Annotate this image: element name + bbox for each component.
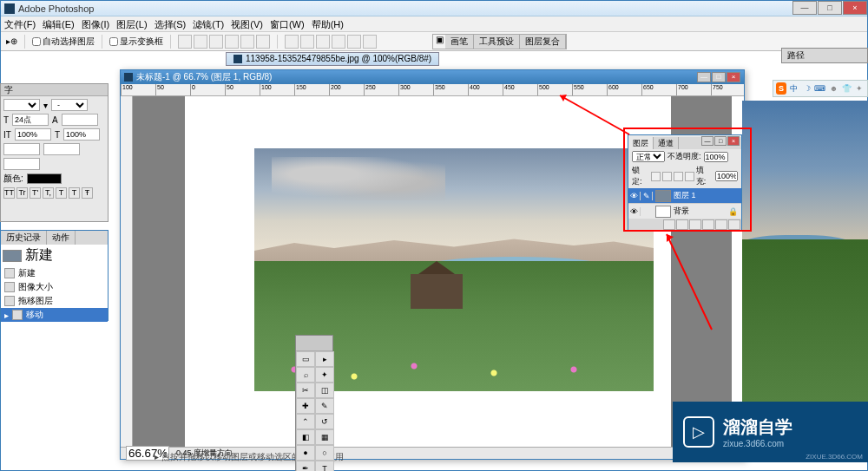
minimize-button[interactable]: — bbox=[792, 1, 817, 15]
distribute-icon[interactable] bbox=[347, 35, 361, 49]
fill-input[interactable] bbox=[715, 171, 738, 181]
heal-tool[interactable]: ✚ bbox=[296, 398, 315, 414]
type-btn[interactable]: T' bbox=[30, 187, 41, 199]
ime-keyboard-icon[interactable]: ⌨ bbox=[814, 82, 825, 95]
ime-skin-icon[interactable]: 👕 bbox=[841, 82, 852, 95]
visibility-icon[interactable]: 👁 bbox=[628, 192, 641, 200]
wand-tool[interactable]: ✦ bbox=[315, 367, 334, 383]
opacity-input[interactable] bbox=[704, 152, 728, 162]
delete-layer-button[interactable] bbox=[728, 219, 740, 230]
ime-settings-icon[interactable]: ✦ bbox=[854, 82, 865, 95]
blend-mode-select[interactable]: 正常 bbox=[632, 151, 665, 162]
type-btn[interactable]: T bbox=[56, 187, 67, 199]
menu-file[interactable]: 文件(F) bbox=[4, 16, 36, 31]
layer-item[interactable]: 👁 ✎ 图层 1 bbox=[628, 188, 741, 204]
history-item[interactable]: 新建 bbox=[1, 266, 108, 280]
ime-mode-button[interactable]: 中 bbox=[789, 82, 799, 95]
menu-layer[interactable]: 图层(L) bbox=[116, 16, 147, 31]
align-icon[interactable] bbox=[209, 35, 223, 49]
text-color-swatch[interactable] bbox=[27, 173, 62, 184]
panel-maximize-button[interactable]: □ bbox=[714, 136, 727, 146]
font-style-select[interactable]: - bbox=[51, 99, 88, 111]
hscale-input[interactable] bbox=[63, 128, 100, 141]
slice-tool[interactable]: ◫ bbox=[315, 383, 334, 398]
layer-style-button[interactable] bbox=[663, 219, 675, 230]
font-select[interactable] bbox=[3, 99, 40, 111]
document-tab[interactable]: 113958-153525479855be.jpg @ 100%(RGB/8#) bbox=[226, 52, 439, 66]
type-btn[interactable]: T bbox=[69, 187, 80, 199]
layer-mask-button[interactable] bbox=[676, 219, 688, 230]
align-icon[interactable] bbox=[178, 35, 192, 49]
auto-select-checkbox[interactable]: 自动选择图层 bbox=[32, 36, 95, 48]
kerning-input[interactable] bbox=[3, 158, 40, 170]
stamp-tool[interactable]: ⌃ bbox=[296, 414, 315, 429]
align-icon[interactable] bbox=[240, 35, 254, 49]
close-button[interactable]: × bbox=[843, 1, 867, 15]
layer-item[interactable]: 👁 背景 🔒 bbox=[628, 204, 741, 219]
menu-filter[interactable]: 滤镜(T) bbox=[193, 16, 224, 31]
paths-panel-tab[interactable]: 路径 bbox=[781, 48, 868, 63]
tab-history[interactable]: 历史记录 bbox=[1, 231, 47, 245]
menu-help[interactable]: 帮助(H) bbox=[312, 16, 344, 31]
distribute-icon[interactable] bbox=[316, 35, 330, 49]
vscale-input[interactable] bbox=[15, 128, 51, 141]
ws-tab-brush[interactable]: 画笔 bbox=[445, 35, 474, 49]
ws-tab-toolpreset[interactable]: 工具预设 bbox=[474, 35, 520, 49]
palette-well-icon[interactable]: ▣ bbox=[433, 35, 445, 49]
history-item[interactable]: 图像大小 bbox=[1, 280, 108, 294]
tab-actions[interactable]: 动作 bbox=[47, 231, 76, 245]
new-layer-button[interactable] bbox=[715, 219, 727, 230]
ime-emoji-icon[interactable]: ☻ bbox=[828, 82, 838, 95]
type-btn[interactable]: TT bbox=[3, 187, 15, 199]
type-btn[interactable]: Ŧ bbox=[82, 187, 93, 199]
move-tool[interactable]: ▸ bbox=[315, 351, 334, 367]
document-titlebar[interactable]: 未标题-1 @ 66.7% (图层 1, RGB/8) — □ × bbox=[121, 70, 744, 84]
doc-maximize-button[interactable]: □ bbox=[712, 72, 726, 82]
doc-minimize-button[interactable]: — bbox=[697, 72, 711, 82]
sogou-icon[interactable]: S bbox=[776, 82, 786, 95]
tab-channels[interactable]: 通道 bbox=[654, 137, 679, 149]
type-btn[interactable]: Tr bbox=[16, 187, 28, 199]
menu-view[interactable]: 视图(V) bbox=[231, 16, 263, 31]
menu-select[interactable]: 选择(S) bbox=[155, 16, 187, 31]
panel-minimize-button[interactable]: — bbox=[701, 136, 713, 146]
lock-all-icon[interactable] bbox=[685, 172, 694, 181]
dodge-tool[interactable]: ○ bbox=[315, 445, 334, 461]
history-item[interactable]: ▸移动 bbox=[1, 308, 108, 322]
crop-tool[interactable]: ✂ bbox=[296, 383, 315, 398]
new-group-button[interactable] bbox=[689, 219, 701, 230]
font-size-input[interactable] bbox=[12, 114, 49, 126]
menu-image[interactable]: 图像(I) bbox=[82, 16, 109, 31]
adjustment-button[interactable] bbox=[702, 219, 714, 230]
blur-tool[interactable]: ● bbox=[296, 445, 315, 461]
type-btn[interactable]: T, bbox=[43, 187, 54, 199]
menu-edit[interactable]: 编辑(E) bbox=[43, 16, 75, 31]
ws-tab-layercomp[interactable]: 图层复合 bbox=[520, 35, 566, 49]
distribute-icon[interactable] bbox=[285, 35, 299, 49]
path-tool[interactable]: ✒ bbox=[296, 461, 315, 471]
leading-input[interactable] bbox=[62, 114, 98, 126]
marquee-tool[interactable]: ▭ bbox=[296, 351, 315, 367]
distribute-icon[interactable] bbox=[332, 35, 345, 49]
lasso-tool[interactable]: ⌕ bbox=[296, 367, 315, 383]
tracking-input[interactable] bbox=[43, 143, 80, 155]
history-brush-tool[interactable]: ↺ bbox=[315, 414, 334, 429]
history-item[interactable]: 拖移图层 bbox=[1, 294, 108, 308]
gradient-tool[interactable]: ▦ bbox=[315, 429, 334, 445]
menu-window[interactable]: 窗口(W) bbox=[270, 16, 305, 31]
show-transform-checkbox[interactable]: 显示变换框 bbox=[109, 36, 163, 48]
distribute-icon[interactable] bbox=[363, 35, 377, 49]
ime-moon-icon[interactable]: ☽ bbox=[802, 82, 812, 95]
panel-close-button[interactable]: × bbox=[727, 136, 740, 146]
baseline-input[interactable] bbox=[3, 143, 40, 155]
align-icon[interactable] bbox=[225, 35, 239, 49]
eraser-tool[interactable]: ◧ bbox=[296, 429, 315, 445]
doc-close-button[interactable]: × bbox=[727, 72, 740, 82]
align-icon[interactable] bbox=[194, 35, 207, 49]
history-snapshot-thumb[interactable] bbox=[3, 250, 22, 262]
lock-position-icon[interactable] bbox=[674, 172, 683, 181]
maximize-button[interactable]: □ bbox=[818, 1, 842, 15]
align-icon[interactable] bbox=[256, 35, 270, 49]
brush-tool[interactable]: ✎ bbox=[315, 398, 334, 414]
link-icon[interactable]: ✎ bbox=[641, 192, 653, 200]
